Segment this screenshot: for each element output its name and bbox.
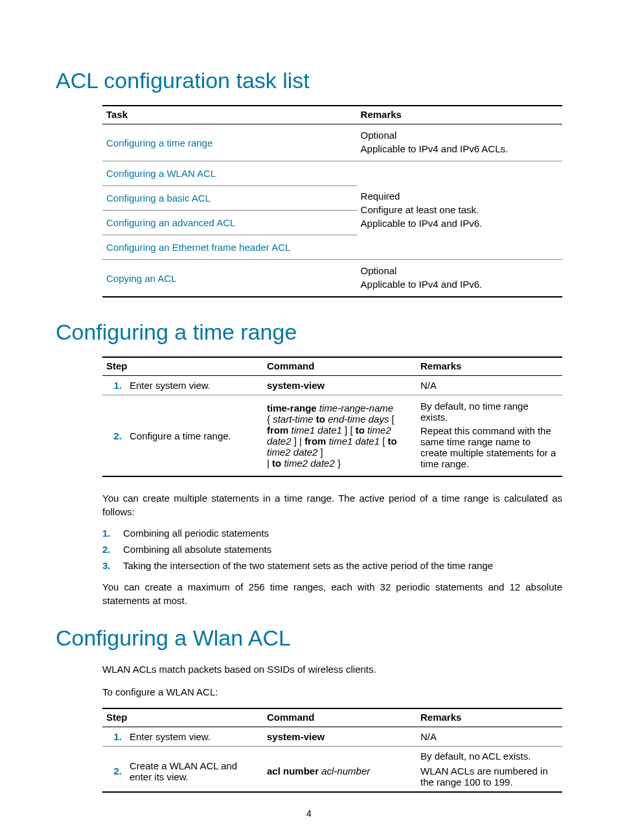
- cell-text: Applicable to IPv4 and IPv6.: [361, 279, 558, 290]
- list-item: 1.Combining all periodic statements: [123, 528, 562, 539]
- cmd-arg: acl-number: [319, 765, 370, 776]
- cell-text: Optional Applicable to IPv4 and IPv6 ACL…: [357, 124, 562, 161]
- cmd-text: ] |: [292, 436, 305, 447]
- cmd-text: to: [388, 436, 397, 447]
- heading-wlan-acl: Configuring a Wlan ACL: [56, 625, 562, 651]
- list-item: 3.Taking the intersection of the two sta…: [123, 560, 562, 571]
- ordered-list: 1.Combining all periodic statements 2.Co…: [102, 528, 562, 571]
- link-time-range[interactable]: Configuring a time range: [102, 124, 357, 161]
- cell-text: Applicable to IPv4 and IPv6.: [361, 218, 558, 229]
- cell-text: N/A: [417, 376, 562, 395]
- cmd-arg: time1 date1: [326, 436, 380, 447]
- cmd-text: [: [389, 414, 394, 425]
- cell-text: WLAN ACLs are numbered in the range 100 …: [417, 764, 562, 792]
- body-text: WLAN ACLs match packets based on SSIDs o…: [102, 662, 562, 676]
- cmd-text: ]: [317, 447, 323, 458]
- cmd-text: system-view: [267, 380, 325, 391]
- link-wlan-acl[interactable]: Configuring a WLAN ACL: [102, 161, 357, 186]
- link-advanced-acl[interactable]: Configuring an advanced ACL: [102, 211, 357, 235]
- cmd-text: from: [267, 425, 288, 436]
- cmd-text: |: [267, 458, 272, 469]
- cmd-text: system-view: [267, 731, 325, 742]
- cell-text: Applicable to IPv4 and IPv6 ACLs.: [361, 143, 558, 154]
- th-task: Task: [102, 106, 357, 124]
- th-command: Command: [263, 357, 417, 376]
- cell-command: system-view: [263, 727, 417, 747]
- cmd-text: {: [267, 414, 273, 425]
- body-text: You can create a maximum of 256 time ran…: [102, 580, 562, 607]
- cmd-text: time-range: [267, 402, 317, 414]
- cell-text: Repeat this command with the same time r…: [420, 425, 558, 469]
- cmd-text: [: [380, 436, 388, 447]
- cell-text: Create a WLAN ACL and enter its view.: [126, 747, 263, 793]
- list-num: 3.: [102, 560, 118, 571]
- cell-text: Configure a time range.: [126, 395, 263, 477]
- cell-command: acl number acl-number: [263, 747, 417, 793]
- link-copy-acl[interactable]: Copying an ACL: [102, 260, 357, 298]
- th-step: Step: [102, 708, 263, 727]
- th-remarks: Remarks: [417, 357, 562, 376]
- cmd-text: ] [: [342, 425, 356, 436]
- link-ethernet-acl[interactable]: Configuring an Ethernet frame header ACL: [102, 235, 357, 260]
- cell-remarks: By default, no time range exists. Repeat…: [417, 395, 562, 477]
- step-num: 1.: [102, 376, 126, 395]
- cell-text: Optional: [361, 265, 558, 276]
- cmd-text: acl number: [267, 765, 319, 776]
- table-time-range: Step Command Remarks 1. Enter system vie…: [102, 356, 562, 477]
- list-item: 2.Combining all absolute statements: [123, 544, 562, 555]
- cell-text: Optional Applicable to IPv4 and IPv6.: [357, 260, 562, 298]
- th-remarks: Remarks: [357, 106, 562, 124]
- cmd-arg: time1 date1: [292, 425, 342, 436]
- cmd-arg: end-time days: [328, 414, 389, 425]
- body-text: You can create multiple statements in a …: [102, 491, 562, 519]
- cell-text: Required Configure at least one task. Ap…: [357, 161, 562, 260]
- cell-text: N/A: [417, 727, 562, 747]
- list-text: Combining all absolute statements: [123, 544, 271, 555]
- cell-command: time-range time-range-name { start-time …: [263, 395, 417, 477]
- th-remarks: Remarks: [417, 708, 562, 727]
- body-text: To configure a WLAN ACL:: [102, 685, 562, 699]
- link-basic-acl[interactable]: Configuring a basic ACL: [102, 186, 357, 211]
- table-wlan-acl: Step Command Remarks 1. Enter system vie…: [102, 708, 562, 793]
- cmd-text: from: [304, 436, 326, 447]
- th-step: Step: [102, 357, 263, 376]
- cell-text: Enter system view.: [126, 727, 263, 747]
- step-num: 2.: [102, 395, 126, 477]
- cmd-text: }: [335, 458, 341, 469]
- step-num: 1.: [102, 727, 126, 747]
- step-num: 2.: [102, 747, 126, 793]
- list-text: Taking the intersection of the two state…: [123, 560, 493, 571]
- cell-text: Enter system view.: [126, 376, 263, 395]
- cell-command: system-view: [263, 376, 417, 395]
- cmd-arg: time2 date2: [281, 458, 335, 469]
- cmd-text: to: [356, 425, 365, 436]
- cmd-text: to: [314, 414, 328, 425]
- page-number: 4: [56, 808, 562, 819]
- table-task-list: Task Remarks Configuring a time range Op…: [102, 105, 562, 298]
- cell-text: By default, no time range exists.: [420, 401, 558, 423]
- list-text: Combining all periodic statements: [123, 528, 269, 539]
- cell-text: Required: [361, 191, 558, 202]
- list-num: 2.: [102, 544, 118, 555]
- list-num: 1.: [102, 528, 118, 539]
- heading-acl-task-list: ACL configuration task list: [56, 68, 562, 93]
- cmd-arg: time2 date2: [267, 447, 317, 458]
- heading-time-range: Configuring a time range: [56, 320, 562, 345]
- cmd-arg: time-range-name: [317, 402, 393, 414]
- cmd-text: to: [272, 458, 281, 469]
- cmd-arg: start-time: [273, 414, 314, 425]
- cell-text: By default, no ACL exists.: [417, 747, 562, 765]
- cell-text: Configure at least one task.: [361, 204, 558, 215]
- th-command: Command: [263, 708, 417, 727]
- cell-text: Optional: [361, 130, 558, 141]
